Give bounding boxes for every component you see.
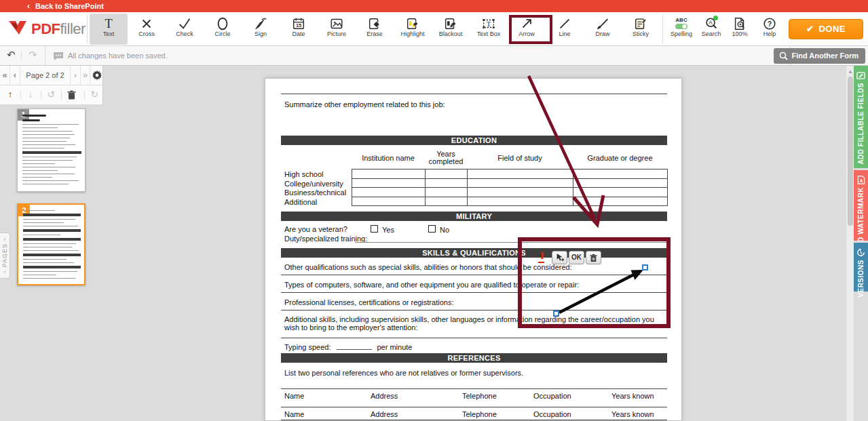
tool-check[interactable]: Check [166,14,204,45]
last-page-button[interactable]: » [81,66,90,85]
done-check-icon: ✔ [806,24,814,34]
pdffiller-app: ‹Back to SharePoint PDFfiller T Text Cro… [0,0,868,421]
toolbar-separator [662,15,663,43]
collapse-chevron-icon: ‹ [4,268,6,275]
add-fillable-fields-tab[interactable]: ADD FILLABLE FIELDS [854,66,868,168]
picture-icon [318,14,356,31]
ref1-col-occupation: Occupation [533,392,571,400]
message-bubble-icon [53,52,64,64]
tool-help[interactable]: ? Help [755,14,785,45]
tool-circle[interactable]: Circle [204,14,242,45]
textbox-icon: T [470,14,508,31]
scrollbar-up-icon[interactable]: ▲ [848,68,853,75]
veteran-yes-checkbox[interactable] [371,225,378,233]
draw-icon [584,14,622,31]
tool-draw[interactable]: Draw [584,14,622,45]
logo-text-filler: filler [60,20,86,38]
references-intro: List two personal references who are not… [284,369,523,377]
ref1-col-years: Years known [611,392,654,400]
versions-history-icon [856,247,865,260]
col-years: Years completed [428,151,464,165]
tool-zoom[interactable]: 100% [725,14,755,45]
svg-text:?: ? [768,20,772,28]
pdffiller-logo[interactable]: PDFfiller [8,18,86,41]
ref2-col-occupation: Occupation [533,410,571,418]
tool-text[interactable]: T Text [90,14,128,45]
versions-tab[interactable]: VERSIONS [854,243,868,292]
back-chevron-icon: ‹ [27,1,30,11]
svg-text:ABC: ABC [675,17,687,23]
watermark-icon: A [857,175,865,187]
veteran-yes-label: Yes [382,226,394,234]
ref2-col-telephone: Telephone [462,410,497,418]
move-page-down-icon[interactable]: ↓ [23,85,38,105]
edu-row-business: Business/technical [284,188,346,197]
tool-search[interactable]: A Search [696,14,726,45]
highlight-icon [394,14,432,31]
help-icon: ? [755,14,785,31]
search-icon: A [696,14,726,31]
tool-date[interactable]: 15 Date [280,14,318,45]
text-icon: T [90,14,128,31]
tool-sticky[interactable]: Sticky [622,14,660,45]
tutorial-highlight-skills-area [518,237,671,328]
fillable-fields-icon [856,71,865,83]
skills-q3: Professional licenses, certifications or… [284,298,453,306]
undo-icon[interactable]: ↶ [7,49,16,61]
blackout-icon [432,14,470,31]
education-table[interactable] [352,169,668,206]
ref2-col-address: Address [371,410,398,418]
col-institution: Institution name [352,155,425,162]
ref2-col-years: Years known [611,410,654,418]
rotate-right-icon[interactable]: ↻ [87,85,102,105]
status-bar: ↶ ↷ All changes have been saved. Find An… [0,46,868,66]
tool-blackout[interactable]: Blackout [432,14,470,45]
ref2-col-name: Name [284,410,304,418]
tool-textbox[interactable]: T Text Box [470,14,508,45]
ref1-col-address: Address [371,392,398,400]
add-watermark-tab[interactable]: A ADD WATERMARK [854,170,868,241]
redo-icon[interactable]: ↷ [29,49,37,61]
back-to-sharepoint-link[interactable]: Back to SharePoint [35,2,104,10]
pdffiller-logo-icon [8,19,27,39]
edu-row-college: College/university [284,180,343,188]
move-page-up-icon[interactable]: ↑ [3,85,18,105]
main-toolbar: PDFfiller T Text Cross Check Circle Sign… [0,12,868,46]
logo-text-pdf: PDF [31,20,60,38]
page-2-thumbnail-selected[interactable]: 2 [17,203,86,285]
date-icon: 15 [280,14,318,31]
tool-highlight[interactable]: Highlight [394,14,432,45]
first-page-button[interactable]: « [0,66,10,85]
tool-picture[interactable]: Picture [318,14,356,45]
cross-icon [128,14,166,31]
circle-icon [204,14,242,31]
collapse-chevron-icon: ‹ [4,236,6,243]
page-indicator: Page 2 of 2 [20,66,71,85]
veteran-no-checkbox[interactable] [428,225,436,233]
tool-spelling[interactable]: ABC Spelling [666,14,696,45]
scrollbar-thumb[interactable] [848,77,853,226]
gear-icon [92,71,102,80]
page-1-thumbnail[interactable]: 1 [17,108,86,192]
pages-panel-toggle[interactable]: ‹ PAGES ‹ [0,233,10,279]
save-status-message: All changes have been saved. [68,52,168,60]
find-another-form-button[interactable]: Find Another Form [774,48,865,64]
edu-row-additional: Additional [284,198,317,206]
page-navigation-bar: « ‹ Page 2 of 2 › » [0,66,103,85]
page-settings-button[interactable] [90,66,103,85]
rotate-left-icon[interactable]: ↺ [43,85,58,105]
prev-page-button[interactable]: ‹ [10,66,20,85]
typing-speed-blank[interactable] [337,343,372,350]
tutorial-highlight-arrow-tool [509,15,552,44]
tool-erase[interactable]: Erase [356,14,394,45]
ref1-col-telephone: Telephone [462,392,497,400]
tool-cross[interactable]: Cross [128,14,166,45]
tool-sign[interactable]: Sign [242,14,280,45]
canvas-scrollbar[interactable]: ▲ [846,66,854,421]
toolbar-separator [87,15,88,43]
delete-page-button[interactable] [64,85,79,105]
svg-text:T: T [105,17,112,31]
done-button[interactable]: ✔DONE [789,19,863,39]
next-page-button[interactable]: › [71,66,81,85]
ref1-col-name: Name [284,392,304,400]
